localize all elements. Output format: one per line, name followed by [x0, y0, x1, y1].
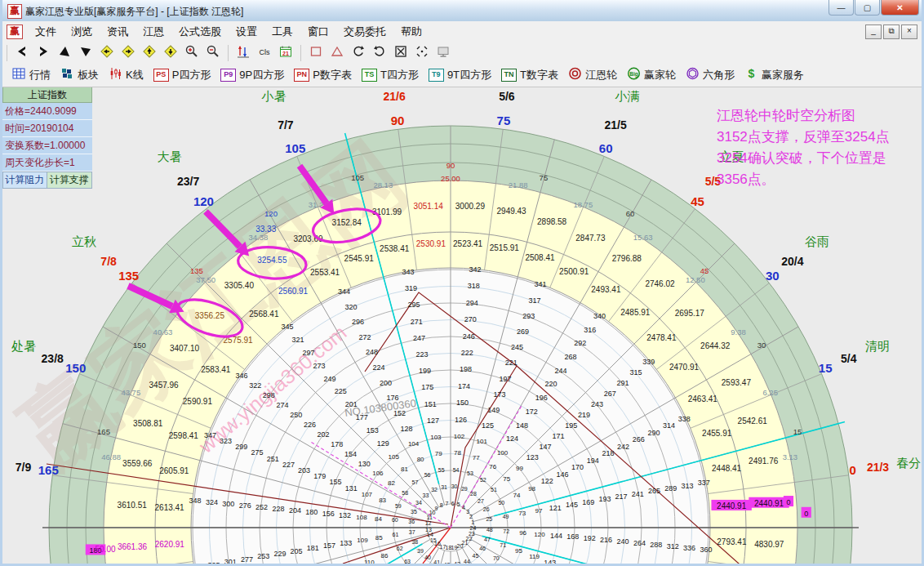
svg-text:47: 47	[484, 537, 491, 542]
svg-text:179: 179	[313, 472, 326, 480]
diamond-arrow-down-button[interactable]	[161, 44, 180, 62]
diamond-arrow-left-button[interactable]	[97, 44, 117, 62]
view-button-9T四方形[interactable]: T99T四方形	[429, 65, 491, 85]
svg-text:3356.25: 3356.25	[195, 311, 225, 320]
svg-text:133: 133	[340, 539, 352, 547]
mdi-restore-button[interactable]: ⧉	[883, 25, 900, 39]
view-button-T四方形[interactable]: TST四方形	[362, 65, 419, 85]
svg-text:223: 223	[415, 350, 428, 359]
triangle-down-button[interactable]	[76, 44, 96, 62]
svg-text:1: 1	[471, 519, 474, 525]
svg-text:220: 220	[545, 380, 558, 388]
calc-support-button[interactable]: 计算支撑	[47, 172, 92, 189]
svg-text:2538.41: 2538.41	[380, 244, 410, 253]
view-button-9P四方形[interactable]: P99P四方形	[220, 65, 284, 85]
svg-text:2523.41: 2523.41	[453, 239, 483, 248]
view-button-T数字表[interactable]: TNT数字表	[501, 65, 558, 85]
triangle-tool-button[interactable]	[327, 44, 347, 62]
fit-screen-button[interactable]	[412, 44, 432, 62]
diamond-arrow-right-icon	[121, 44, 135, 62]
diamond-arrow-up-button[interactable]	[140, 44, 159, 62]
rotate-ccw-button[interactable]	[349, 44, 368, 62]
cls-button[interactable]: Cls	[255, 44, 274, 62]
menu-item-6[interactable]: 工具	[264, 22, 300, 42]
view-button-赢家轮[interactable]: Big赢家轮	[627, 65, 676, 85]
zoom-out-button[interactable]	[203, 44, 223, 62]
svg-text:109: 109	[357, 537, 368, 544]
x-box-button[interactable]	[391, 44, 411, 62]
quote-field-3: 周天变化步长=1	[2, 154, 92, 172]
svg-text:294: 294	[466, 299, 478, 307]
svg-text:0: 0	[786, 498, 790, 506]
svg-text:264: 264	[633, 539, 646, 547]
svg-text:225: 225	[335, 387, 347, 395]
mdi-close-button[interactable]: ×	[901, 25, 917, 39]
svg-text:41: 41	[433, 559, 440, 564]
menu-item-7[interactable]: 窗口	[300, 22, 336, 42]
menu-item-0[interactable]: 文件	[28, 22, 64, 42]
triangle-up-icon	[57, 44, 72, 62]
menu-item-1[interactable]: 浏览	[64, 22, 100, 42]
view-button-P数字表[interactable]: PNP数字表	[294, 65, 352, 85]
svg-text:325: 325	[207, 561, 220, 564]
triangle-up-button[interactable]	[55, 44, 74, 62]
menu-item-5[interactable]: 设置	[229, 22, 264, 42]
arrow-right-button[interactable]	[33, 44, 53, 62]
svg-text:60: 60	[626, 209, 635, 218]
diamond-arrow-up-icon	[142, 44, 157, 62]
svg-text:226: 226	[304, 421, 316, 429]
close-button[interactable]: ✕	[881, 0, 919, 16]
svg-text:320: 320	[345, 303, 358, 311]
svg-text:276: 276	[239, 501, 251, 510]
svg-text:268: 268	[564, 353, 576, 361]
menu-item-4[interactable]: 公式选股	[171, 22, 229, 42]
rotate-cw-button[interactable]	[370, 44, 389, 62]
menu-item-3[interactable]: 江恩	[135, 22, 171, 42]
svg-text:21: 21	[282, 50, 289, 56]
menu-item-2[interactable]: 资讯	[100, 22, 135, 42]
maximize-button[interactable]: ▢	[855, 0, 880, 16]
svg-text:128: 128	[401, 425, 413, 433]
svg-text:3610.51: 3610.51	[118, 501, 148, 510]
view-button-P四方形[interactable]: PSP四方形	[153, 65, 211, 85]
view-button-板块[interactable]: 板块	[60, 65, 99, 85]
svg-text:15.63: 15.63	[633, 233, 653, 242]
arrow-left-button[interactable]	[12, 44, 32, 62]
diamond-arrow-right-button[interactable]	[118, 44, 138, 62]
svg-text:157: 157	[323, 541, 335, 550]
view-button-K线[interactable]: K线	[109, 65, 144, 85]
display-button[interactable]	[433, 44, 453, 62]
main-toolbar: Cls21	[2, 42, 922, 65]
svg-text:272: 272	[359, 333, 371, 341]
view-button-六角形[interactable]: 六角形	[686, 65, 735, 85]
svg-text:341: 341	[535, 280, 547, 288]
square-tool-button[interactable]	[306, 44, 326, 62]
svg-text:44: 44	[464, 559, 470, 564]
svg-text:194: 194	[587, 457, 599, 465]
view-button-行情[interactable]: 行情	[12, 65, 51, 85]
svg-text:249: 249	[324, 375, 336, 383]
axis-updown-button[interactable]	[233, 44, 253, 62]
zoom-in-button[interactable]	[182, 44, 202, 62]
svg-text:171: 171	[552, 432, 564, 440]
view-button-江恩轮[interactable]: 江恩轮	[568, 65, 617, 85]
calendar-button[interactable]: 21	[276, 44, 295, 62]
mdi-controls: _ ⧉ ×	[865, 25, 917, 39]
menu-item-9[interactable]: 帮助	[393, 22, 429, 42]
svg-text:25: 25	[486, 516, 492, 522]
mdi-minimize-button[interactable]: _	[865, 25, 882, 39]
svg-text:247: 247	[413, 334, 425, 342]
svg-text:9.38: 9.38	[731, 328, 746, 336]
menu-item-8[interactable]: 交易委托	[336, 22, 393, 42]
title-bar[interactable]: 赢 赢家江恩专业版[赢家服务平台] - [上证指数 江恩轮] — ▢ ✕	[0, 0, 924, 22]
minimize-button[interactable]: —	[828, 0, 854, 16]
svg-text:123: 123	[526, 453, 539, 461]
svg-text:32: 32	[431, 487, 438, 492]
quote-field-2: 变换系数=1.00000	[2, 137, 92, 154]
view-button-赢家服务[interactable]: $赢家服务	[744, 65, 804, 85]
svg-text:343: 343	[402, 268, 415, 276]
svg-text:5: 5	[457, 501, 460, 507]
quote-fields: 价格=2440.9099时间=20190104变换系数=1.00000周天变化步…	[2, 103, 92, 172]
window-title: 赢家江恩专业版[赢家服务平台] - [上证指数 江恩轮]	[25, 5, 243, 19]
calc-resistance-button[interactable]: 计算阻力	[2, 172, 47, 189]
